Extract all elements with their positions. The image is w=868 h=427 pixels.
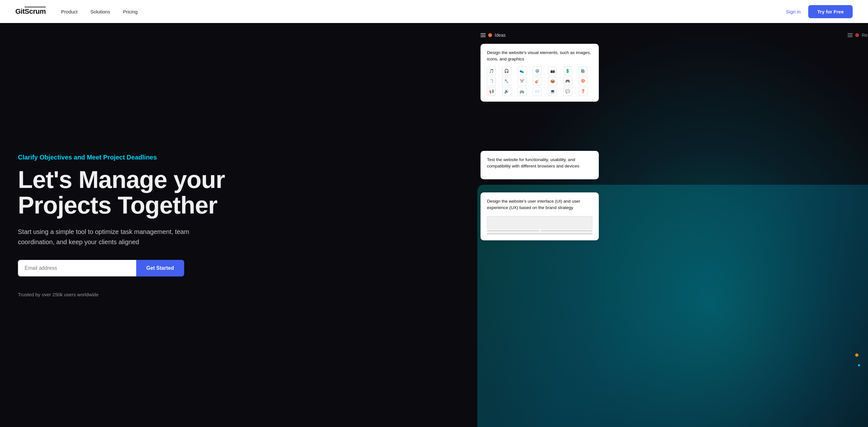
- icon-cell: 👟: [518, 66, 527, 75]
- trusted-text: Trusted by over 250k users worldwide: [18, 292, 462, 297]
- icon-cell: ✂️: [518, 77, 527, 86]
- icon-cell: 💻: [548, 87, 557, 96]
- sign-in-link[interactable]: Sign in: [786, 9, 801, 14]
- navbar-right: Sign in Try for Free: [786, 5, 852, 18]
- icon-cell: 📷: [548, 66, 557, 75]
- icon-cell: 🛍️: [579, 66, 588, 75]
- hamburger-icon: [480, 33, 486, 37]
- icon-cell: 🔧: [502, 77, 511, 86]
- wireframe-preview: [487, 215, 592, 235]
- icon-cell: ✉️: [533, 87, 541, 96]
- nav-links: Product Solutions Pricing: [61, 9, 137, 14]
- card2-text: Test the website for functionality, usab…: [487, 157, 592, 170]
- hero-right: Ideas Re... Design the website's visual …: [477, 23, 868, 427]
- email-input[interactable]: [18, 260, 136, 276]
- navbar: GitScrum Product Solutions Pricing Sign …: [0, 0, 868, 23]
- icon-cell: 🔊: [502, 87, 511, 96]
- hero-section: Clarify Objectives and Meet Project Dead…: [0, 23, 868, 427]
- logo-text: GitScrum: [16, 7, 46, 16]
- icon-cell: ❓: [579, 87, 588, 96]
- icon-cell: 📦: [548, 77, 557, 86]
- hamburger-icon-2: [847, 33, 852, 37]
- icon-cell: 🎧: [502, 66, 511, 75]
- hero-description: Start using a simple tool to optimize ta…: [18, 227, 197, 247]
- navbar-left: GitScrum Product Solutions Pricing: [16, 7, 137, 16]
- hero-subtitle: Clarify Objectives and Meet Project Dead…: [18, 153, 462, 162]
- icon-cell: 🍄: [579, 77, 588, 86]
- hero-left: Clarify Objectives and Meet Project Dead…: [0, 23, 477, 427]
- dot-orange-icon: [488, 33, 492, 37]
- icon-cell: 📢: [487, 87, 496, 96]
- icon-cell: 🎸: [533, 77, 541, 86]
- decorative-dot: [855, 354, 859, 357]
- icon-cell: 🎮: [563, 77, 572, 86]
- icon-cell: 🧻: [487, 77, 496, 86]
- card1-text: Design the website's visual elements, su…: [487, 50, 592, 63]
- dot-red-icon: [855, 33, 859, 37]
- task-card-2: Test the website for functionality, usab…: [480, 151, 599, 179]
- icon-cell: 💬: [563, 87, 572, 96]
- icon-cell: ⚙️: [533, 66, 541, 75]
- decorative-dot-2: [858, 364, 860, 366]
- nav-product[interactable]: Product: [61, 9, 78, 14]
- nav-pricing[interactable]: Pricing: [123, 9, 137, 14]
- nav-solutions[interactable]: Solutions: [91, 9, 110, 14]
- hero-title: Let's Manage your Projects Together: [18, 167, 462, 218]
- icons-grid: 🎵 🎧 👟 ⚙️ 📷 💲 🛍️ 🧻 🔧 ✂️ 🎸 📦 🎮 🍄 📢 🔊 🚌 ✉️ …: [487, 66, 592, 96]
- task-card-3: Design the website's user interface (UI)…: [480, 192, 599, 240]
- cta-row: Get Started: [18, 260, 184, 276]
- icon-cell: 💲: [563, 66, 572, 75]
- logo[interactable]: GitScrum: [16, 7, 46, 16]
- task-card-1: Design the website's visual elements, su…: [480, 44, 599, 102]
- icon-cell: 🚌: [518, 87, 527, 96]
- panel2-title: Re...: [862, 33, 868, 38]
- get-started-button[interactable]: Get Started: [136, 260, 184, 276]
- icon-cell: 🎵: [487, 66, 496, 75]
- try-free-button[interactable]: Try for Free: [808, 5, 852, 18]
- card3-text: Design the website's user interface (UI)…: [487, 198, 592, 211]
- panel1-title: Ideas: [495, 33, 505, 38]
